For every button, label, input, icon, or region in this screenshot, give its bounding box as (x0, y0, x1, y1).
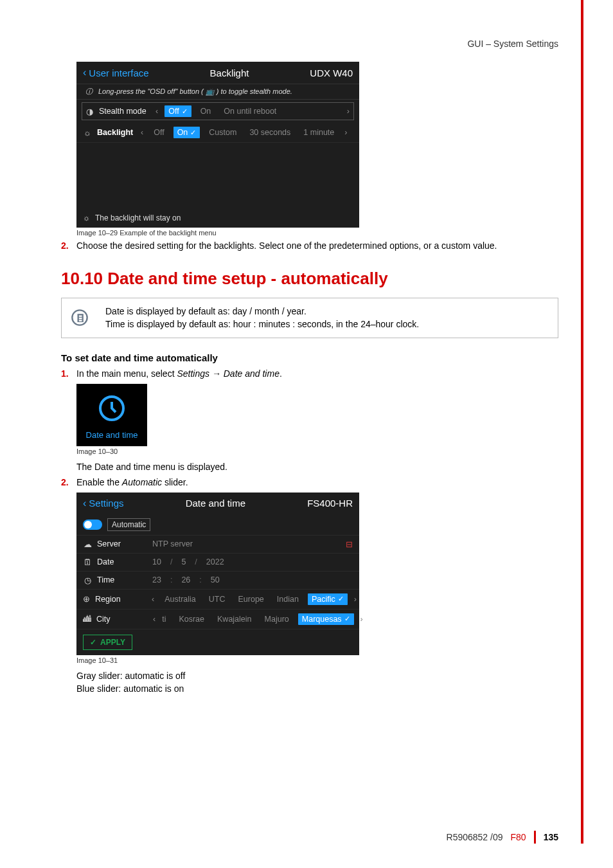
network-error-icon: ⊟ (346, 539, 353, 549)
note-box: Date is displayed by default as: day / m… (61, 298, 558, 338)
panel-title: Date and time (124, 498, 308, 509)
chevron-left-icon[interactable]: ‹ (154, 107, 159, 116)
chevron-left-icon[interactable]: ‹ (152, 615, 157, 624)
note-icon (62, 298, 98, 338)
section-heading: 10.10 Date and time setup - automaticall… (61, 269, 558, 289)
apply-label: APPLY (100, 638, 125, 647)
step-text: Enable the Automatic slider. (76, 477, 558, 487)
stealth-opt-off[interactable]: Off✓ (164, 105, 191, 117)
stealth-icon: ◑ (85, 107, 94, 116)
page-header-right: GUI – System Settings (61, 39, 558, 49)
date-row[interactable]: 🗓 Date 10 / 5 / 2022 (76, 554, 359, 572)
time-min[interactable]: 26 (181, 575, 190, 584)
backlight-panel: ‹ User interface Backlight UDX W40 ⓘ Lon… (76, 62, 359, 228)
time-sec[interactable]: 50 (211, 575, 220, 584)
city-row[interactable]: 🏙 City ‹ ti Kosrae Kwajalein Majuro Marq… (76, 610, 359, 629)
city-opt[interactable]: Kosrae (175, 613, 208, 625)
panel-footer-hint: ☼ The backlight will stay on (76, 207, 359, 228)
info-line: ⓘ Long-press the "OSD off" button ( 📺 ) … (76, 84, 359, 100)
region-opt[interactable]: Indian (273, 593, 303, 605)
page-footer: R5906852 /09 F80 135 (0, 831, 613, 844)
city-opt-selected[interactable]: Marquesas✓ (298, 613, 354, 625)
panel-model: FS400-HR (307, 498, 353, 509)
check-icon: ✓ (338, 595, 344, 603)
image-caption: Image 10–31 (76, 656, 558, 664)
chevron-left-icon[interactable]: ‹ (139, 128, 145, 137)
region-label: Region (95, 595, 145, 604)
chevron-right-icon[interactable]: › (359, 615, 364, 624)
backlight-icon: ☼ (83, 128, 92, 138)
note-line-2: Time is displayed by default as: hour : … (105, 318, 419, 330)
bl-opt-custom[interactable]: Custom (205, 127, 240, 138)
paragraph: The Date and time menu is displayed. (76, 462, 558, 472)
chevron-right-icon[interactable]: › (346, 107, 351, 116)
stealth-row[interactable]: ◑ Stealth mode ‹ Off✓ On On until reboot… (82, 102, 354, 120)
footer-doc-id: R5906852 /09 (447, 832, 503, 842)
date-label: Date (97, 557, 147, 566)
step-number: 2. (61, 477, 76, 487)
toggle-switch[interactable] (83, 520, 102, 530)
server-input[interactable]: NTP server (152, 539, 193, 548)
image-caption: Image 10–29 Example of the backlight men… (76, 229, 558, 237)
check-icon: ✓ (90, 638, 96, 647)
apply-button[interactable]: ✓ APPLY (83, 635, 132, 650)
chevron-right-icon[interactable]: › (353, 595, 358, 604)
clock-icon (96, 393, 127, 424)
cloud-icon: ☁ (83, 539, 92, 549)
time-hour[interactable]: 23 (152, 575, 161, 584)
clock-icon: ◷ (83, 575, 92, 585)
step-number: 1. (61, 368, 76, 379)
date-month[interactable]: 5 (181, 557, 186, 566)
paragraph: Gray slider: automatic is off (76, 671, 558, 681)
step-number: 2. (61, 240, 76, 251)
check-icon: ✓ (344, 615, 350, 623)
footer-divider (534, 831, 536, 844)
chevron-left-icon: ‹ (83, 67, 86, 78)
panel-model: UDX W40 (310, 68, 353, 78)
step-text: In the main menu, select Settings → Date… (76, 368, 558, 379)
back-label: Settings (89, 498, 123, 509)
region-row[interactable]: ⊕ Region ‹ Australia UTC Europe Indian P… (76, 590, 359, 610)
server-label: Server (97, 539, 147, 548)
time-row[interactable]: ◷ Time 23 : 26 : 50 (76, 572, 359, 590)
note-line-1: Date is displayed by default as: day / m… (105, 305, 419, 318)
backlight-label: Backlight (97, 128, 134, 137)
bl-opt-30s[interactable]: 30 seconds (245, 127, 294, 138)
panel-title: Backlight (149, 68, 310, 78)
backlight-icon: ☼ (83, 213, 90, 222)
date-year[interactable]: 2022 (206, 557, 224, 566)
stealth-opt-on[interactable]: On (197, 105, 215, 117)
city-label: City (96, 615, 147, 624)
back-label: User interface (89, 68, 148, 78)
calendar-icon: 🗓 (83, 557, 92, 567)
region-opt-selected[interactable]: Pacific✓ (308, 593, 348, 605)
chevron-left-icon[interactable]: ‹ (150, 595, 155, 604)
region-opt[interactable]: Europe (235, 593, 268, 605)
time-label: Time (97, 575, 147, 584)
bl-opt-off[interactable]: Off (150, 127, 168, 138)
footer-product: F80 (511, 832, 526, 842)
tile-label: Date and time (86, 430, 138, 440)
back-button[interactable]: ‹ Settings (83, 498, 124, 509)
info-text: Long-press the "OSD off" button ( 📺 ) to… (98, 87, 292, 96)
check-icon: ✓ (182, 107, 188, 116)
automatic-toggle-row[interactable]: Automatic (76, 514, 359, 536)
stealth-opt-reboot[interactable]: On until reboot (220, 105, 280, 117)
city-opt[interactable]: Majuro (261, 613, 293, 625)
bl-opt-1m[interactable]: 1 minute (299, 127, 338, 138)
check-icon: ✓ (190, 129, 196, 137)
date-time-tile[interactable]: Date and time (76, 384, 147, 446)
city-opt[interactable]: Kwajalein (213, 613, 256, 625)
chevron-right-icon[interactable]: › (343, 128, 348, 137)
date-day[interactable]: 10 (152, 557, 161, 566)
region-opt[interactable]: Australia (161, 593, 200, 605)
backlight-row[interactable]: ☼ Backlight ‹ Off On✓ Custom 30 seconds … (76, 123, 359, 143)
paragraph: Blue slider: automatic is on (76, 683, 558, 694)
info-icon: ⓘ (83, 87, 94, 96)
server-row[interactable]: ☁ Server NTP server ⊟ (76, 536, 359, 554)
footer-page-number: 135 (544, 832, 558, 842)
page-accent-bar (581, 0, 583, 844)
bl-opt-on[interactable]: On✓ (173, 127, 200, 138)
region-opt[interactable]: UTC (205, 593, 229, 605)
back-button[interactable]: ‹ User interface (83, 67, 149, 78)
